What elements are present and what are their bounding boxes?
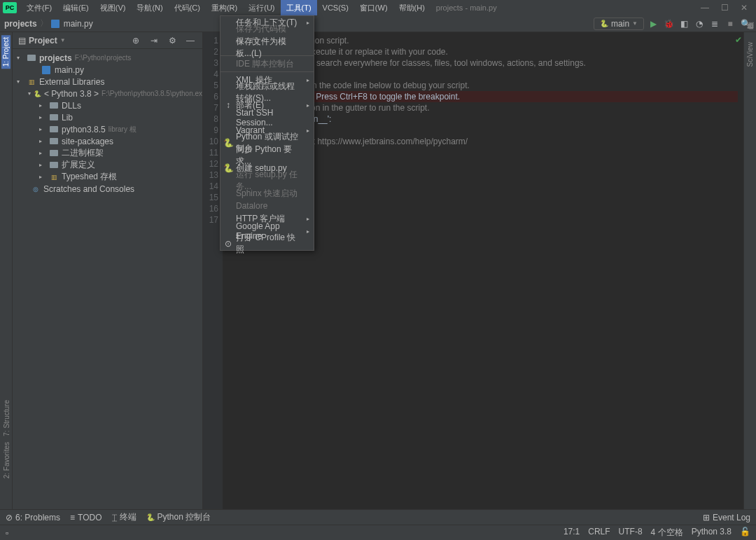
menu-item: 运行 setup.py 任务... bbox=[220, 174, 314, 187]
menubar-item[interactable]: 编辑(E) bbox=[57, 0, 94, 15]
run-config-selector[interactable]: 🐍 main ▼ bbox=[594, 18, 644, 30]
python-file-icon bbox=[51, 20, 59, 28]
collapse-icon[interactable]: ⇥ bbox=[148, 34, 160, 47]
tree-scratches[interactable]: ◎ Scratches and Consoles bbox=[13, 183, 202, 195]
menu-item[interactable]: 同步 Python 要求... bbox=[220, 149, 314, 162]
cursor-position[interactable]: 17:1 bbox=[564, 527, 580, 539]
todo-tab[interactable]: ≡TODO bbox=[70, 513, 102, 522]
menu-item[interactable]: Start SSH Session... bbox=[220, 111, 314, 124]
minimize-button[interactable]: — bbox=[696, 1, 714, 14]
stop-button[interactable]: ■ bbox=[724, 18, 736, 30]
python-icon: 🐍 bbox=[146, 513, 155, 521]
submenu-arrow-icon: ▸ bbox=[307, 77, 309, 83]
breadcrumb-file[interactable]: main.py bbox=[64, 19, 93, 29]
submenu-arrow-icon: ▸ bbox=[307, 102, 309, 109]
coverage-button[interactable]: ◧ bbox=[678, 18, 690, 30]
settings-icon[interactable]: ⚙ bbox=[166, 34, 178, 47]
tree-folder[interactable]: ▸扩展定义 bbox=[13, 159, 202, 171]
tree-folder[interactable]: ▸python3.8.5library 根 bbox=[13, 123, 202, 135]
sdk-path: F:\Python\python3.8.5\python.exe bbox=[102, 90, 202, 97]
close-button[interactable]: ✕ bbox=[735, 1, 753, 14]
file-encoding[interactable]: UTF-8 bbox=[619, 527, 643, 539]
navbar: projects 〉 main.py 🐍 main ▼ ▶ 🐞 ◧ ◔ ≣ ■ … bbox=[0, 15, 756, 32]
bottom-tool-bar: ⊘6: Problems ≡TODO ⌶终端 🐍Python 控制台 ⊞Even… bbox=[0, 509, 756, 525]
inspection-ok-icon[interactable]: ✔ bbox=[735, 35, 742, 45]
lock-icon[interactable]: 🔓 bbox=[740, 527, 750, 539]
todo-icon: ≡ bbox=[70, 513, 75, 522]
sdk-status[interactable]: Python 3.8 bbox=[692, 527, 732, 539]
event-log-tab[interactable]: ⊞Event Log bbox=[703, 513, 750, 522]
menu-item: IDE 脚本控制台 bbox=[220, 57, 314, 70]
menubar: PC 文件(F)编辑(E)视图(V)导航(N)代码(C)重构(R)运行(U)工具… bbox=[0, 0, 756, 15]
python-console-tab[interactable]: 🐍Python 控制台 bbox=[146, 511, 211, 523]
terminal-icon: ⌶ bbox=[112, 513, 117, 522]
maximize-button[interactable]: ☐ bbox=[715, 1, 734, 14]
event-log-icon: ⊞ bbox=[703, 513, 710, 522]
project-tool-tab[interactable]: 1: Project bbox=[1, 35, 10, 69]
favorites-tool-tab[interactable]: 2: Favorites bbox=[3, 442, 10, 478]
app-logo: PC bbox=[3, 2, 17, 13]
window-title: projects - main.py bbox=[430, 4, 503, 12]
indent-setting[interactable]: 4 个空格 bbox=[651, 527, 683, 539]
external-lib-label: External Libraries bbox=[39, 77, 104, 87]
tree-folder[interactable]: ▸site-packages bbox=[13, 135, 202, 147]
project-tree[interactable]: ▾ projects F:\Python\projects main.py ▾ … bbox=[13, 49, 202, 509]
menubar-item[interactable]: VCS(S) bbox=[317, 0, 354, 15]
tree-typeshed[interactable]: ▸ ▥ Typeshed 存根 bbox=[13, 171, 202, 183]
tree-root[interactable]: ▾ projects F:\Python\projects bbox=[13, 52, 202, 64]
hide-icon[interactable]: — bbox=[184, 34, 197, 47]
chevron-down-icon: ▼ bbox=[632, 20, 638, 27]
right-tool-strip: 数据库 SciView bbox=[743, 32, 756, 509]
search-button[interactable]: 🔍 bbox=[739, 18, 752, 30]
menu-item[interactable]: 堆栈跟踪或线程转储(S)... bbox=[220, 86, 314, 99]
menubar-item[interactable]: 运行(U) bbox=[243, 0, 280, 15]
breadcrumb[interactable]: projects 〉 main.py bbox=[4, 18, 93, 29]
structure-tool-tab[interactable]: 7: Structure bbox=[3, 400, 10, 436]
menubar-item[interactable]: 重构(R) bbox=[206, 0, 243, 15]
menubar-item[interactable]: 窗口(W) bbox=[354, 0, 393, 15]
panel-title[interactable]: Project bbox=[29, 36, 57, 46]
submenu-arrow-icon: ▸ bbox=[307, 127, 309, 134]
sciview-tool-tab[interactable]: SciView bbox=[746, 42, 754, 67]
file-name: main.py bbox=[55, 65, 84, 75]
locate-icon[interactable]: ⊕ bbox=[130, 34, 142, 47]
project-panel-header: ▤ Project ▼ ⊕ ⇥ ⚙ — bbox=[13, 32, 202, 49]
concurrency-button[interactable]: ≣ bbox=[708, 18, 721, 30]
submenu-arrow-icon: ▸ bbox=[307, 228, 309, 235]
run-button[interactable]: ▶ bbox=[647, 18, 659, 30]
folder-icon: ▤ bbox=[18, 36, 26, 46]
menubar-item[interactable]: 代码(C) bbox=[169, 0, 206, 15]
project-panel: ▤ Project ▼ ⊕ ⇥ ⚙ — ▾ projects F:\Python… bbox=[13, 32, 203, 509]
submenu-arrow-icon: ▸ bbox=[307, 216, 309, 222]
typeshed-label: Typeshed 存根 bbox=[62, 171, 117, 183]
menubar-item[interactable]: 帮助(H) bbox=[393, 0, 430, 15]
menu-item[interactable]: 保存文件为模板...(L) bbox=[220, 41, 314, 54]
tree-file-main[interactable]: main.py bbox=[13, 64, 202, 76]
terminal-tab[interactable]: ⌶终端 bbox=[112, 511, 136, 523]
line-separator[interactable]: CRLF bbox=[588, 527, 610, 539]
menubar-item[interactable]: 文件(F) bbox=[21, 0, 57, 15]
menubar-item[interactable]: 视图(V) bbox=[94, 0, 132, 15]
statusbar: ▫ 17:1 CRLF UTF-8 4 个空格 Python 3.8 🔓 bbox=[0, 525, 756, 540]
tools-menu[interactable]: 任务和上下文(T)▸保存为代码模板...(I)保存文件为模板...(L)IDE … bbox=[220, 15, 314, 251]
tool-window-toggle[interactable]: ▫ bbox=[6, 528, 8, 538]
menu-item: Sphinx 快速启动 bbox=[220, 187, 314, 200]
menubar-item[interactable]: 导航(N) bbox=[131, 0, 168, 15]
tree-folder[interactable]: ▸Lib bbox=[13, 111, 202, 123]
chevron-down-icon: ▼ bbox=[60, 37, 66, 43]
tree-external-libs[interactable]: ▾ ▥ External Libraries bbox=[13, 76, 202, 88]
tree-sdk[interactable]: ▾ 🐍 < Python 3.8 > F:\Python\python3.8.5… bbox=[13, 88, 202, 99]
tree-folder[interactable]: ▸二进制框架 bbox=[13, 147, 202, 159]
warning-icon: ⊘ bbox=[6, 513, 13, 522]
menu-item[interactable]: ⊙打开 CProfile 快照 bbox=[220, 237, 314, 250]
debug-button[interactable]: 🐞 bbox=[662, 18, 675, 30]
tree-folder[interactable]: ▸DLLs bbox=[13, 99, 202, 111]
breadcrumb-project[interactable]: projects bbox=[4, 19, 37, 29]
problems-tab[interactable]: ⊘6: Problems bbox=[6, 513, 60, 522]
menubar-item[interactable]: 工具(T) bbox=[281, 0, 317, 15]
submenu-arrow-icon: ▸ bbox=[307, 20, 309, 26]
root-name: projects bbox=[39, 53, 72, 63]
profile-button[interactable]: ◔ bbox=[693, 18, 706, 30]
scratches-label: Scratches and Consoles bbox=[43, 184, 134, 194]
root-path: F:\Python\projects bbox=[75, 54, 132, 62]
